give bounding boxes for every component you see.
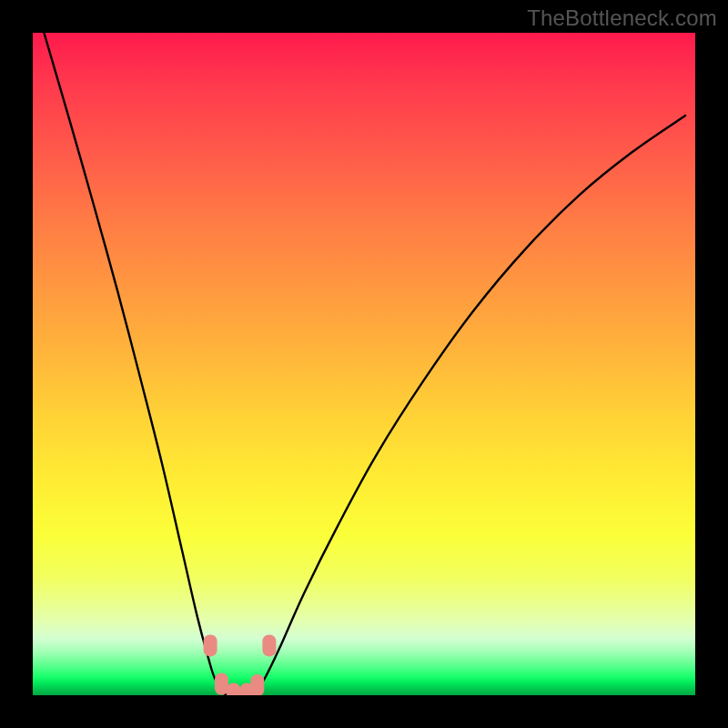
plot-area [33, 33, 695, 695]
curve-marker [215, 673, 228, 695]
curve-markers [204, 634, 277, 695]
curve-marker [250, 674, 264, 695]
curve-layer [33, 33, 695, 695]
chart-frame: TheBottleneck.com [0, 0, 728, 728]
curve-marker [227, 683, 240, 695]
curve-path [44, 33, 685, 695]
curve-marker [204, 634, 217, 656]
bottleneck-curve [44, 33, 685, 695]
watermark-text: TheBottleneck.com [527, 5, 717, 31]
curve-marker [262, 634, 276, 656]
